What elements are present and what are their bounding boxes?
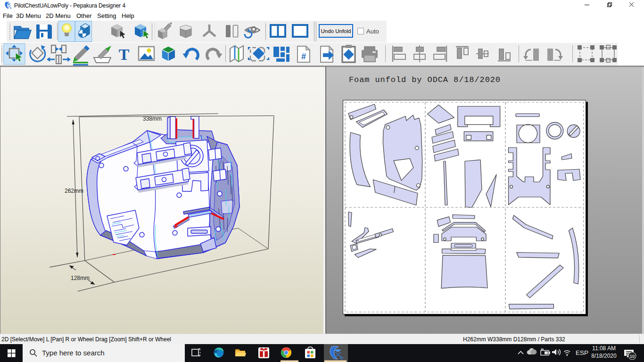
svg-text:10: 10 (630, 354, 635, 359)
svg-text:8/18/2020: 8/18/2020 (591, 353, 617, 359)
svg-text:262mm: 262mm (65, 188, 83, 194)
svg-text:ESP: ESP (576, 349, 588, 356)
svg-text:T: T (119, 46, 130, 63)
svg-text:Auto: Auto (366, 28, 379, 35)
svg-text:128mm: 128mm (71, 275, 90, 281)
svg-text:11:08 AM: 11:08 AM (592, 345, 616, 352)
svg-text:#: # (301, 52, 306, 61)
svg-text:338mm: 338mm (143, 115, 162, 122)
svg-text:Undo Unfold: Undo Unfold (321, 28, 351, 34)
